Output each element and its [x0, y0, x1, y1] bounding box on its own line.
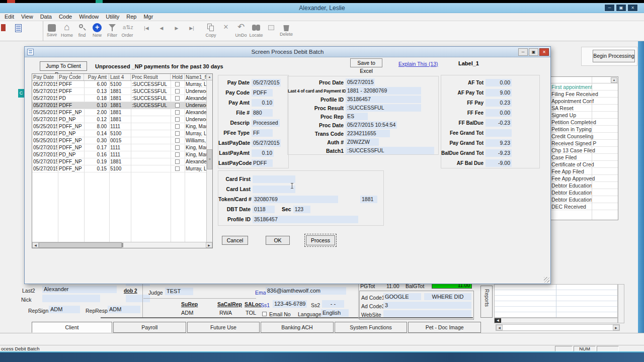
ss1-field[interactable]: 123-45-6789 — [273, 300, 307, 308]
field-value[interactable]: 0.10 — [252, 99, 274, 107]
field-value[interactable]: Z0WZZW — [346, 138, 379, 146]
milestone-item[interactable]: Chp 13 Case Filed — [550, 147, 618, 154]
email-no-checkbox[interactable] — [262, 312, 267, 316]
field-value[interactable]: :SUCCESSFUL — [346, 147, 434, 154]
adcode3-field[interactable]: 3 — [383, 302, 471, 309]
scroll-up-icon[interactable]: ▲ — [207, 74, 212, 80]
field-value[interactable]: PDFF — [252, 89, 273, 97]
tab-client[interactable]: Client — [32, 322, 112, 333]
dialog-minimize-icon[interactable]: ─ — [518, 48, 528, 56]
undo-button[interactable]: ↶UnDo — [233, 22, 249, 38]
hold-checkbox[interactable] — [175, 124, 180, 129]
menu-item-view[interactable]: View — [18, 13, 37, 20]
sec-input[interactable]: 123 — [293, 206, 310, 213]
copy-button[interactable]: Copy — [203, 22, 218, 38]
dialog-close-icon[interactable]: ✕ — [539, 48, 549, 56]
milestone-item[interactable]: Certificate of Cred — [550, 161, 618, 168]
table-row[interactable]: 05/27/2015PD_NP0.145100Murray, La — [32, 130, 207, 137]
language-field[interactable]: English — [321, 309, 349, 317]
field-value[interactable]: 1881 - 32080769 — [346, 87, 421, 95]
close-icon[interactable]: ✕ — [627, 4, 638, 12]
cancel-button[interactable]: Cancel — [222, 236, 248, 245]
scroll-right-icon[interactable]: ▶ — [206, 242, 212, 248]
tab-payroll[interactable]: Payroll — [113, 322, 186, 333]
menu-item-window[interactable]: Window — [75, 13, 102, 20]
field-value[interactable]: PDFF — [252, 159, 273, 167]
minimize-icon[interactable]: ─ — [604, 4, 615, 12]
field-value[interactable]: 05/27/2015 — [252, 139, 281, 147]
milestone-item[interactable]: Case Filed — [550, 154, 618, 161]
table-vscrollbar[interactable]: ▲ ≡ — [206, 74, 212, 243]
field-value[interactable]: ES — [346, 113, 368, 120]
table-row[interactable]: 05/25/2015PDFF_NP0.300015Williams, S — [32, 137, 207, 144]
table-row[interactable]: 05/27/2015PD0.181881:SUCCESSFULAlexander — [32, 95, 207, 102]
locate-button[interactable]: Locate — [249, 22, 264, 38]
adcode1-field[interactable]: GOOGLE — [383, 293, 421, 300]
scroll-left-icon[interactable]: ◀ — [495, 318, 501, 323]
column-header[interactable]: Hold — [171, 74, 185, 80]
dbt-date-input[interactable]: 0118 — [253, 206, 275, 213]
milestone-item[interactable]: Debtor Education — [550, 182, 618, 189]
scroll-thumb[interactable] — [39, 242, 122, 248]
adcode2-field[interactable]: WHERE DID — [424, 293, 471, 300]
repsign-field[interactable]: ADM — [49, 306, 80, 313]
first-record-icon[interactable]: |◀ — [139, 25, 154, 31]
token-input[interactable]: 32080769 — [253, 196, 338, 203]
milestone-item[interactable]: Fee App Filed — [550, 168, 618, 175]
column-header[interactable]: Proc Result — [131, 74, 171, 80]
hold-checkbox[interactable] — [175, 103, 180, 108]
menu-item-edit[interactable]: Edit — [1, 13, 18, 20]
scroll-left-icon[interactable]: ◀ — [32, 242, 39, 248]
new-button[interactable]: +New — [90, 22, 105, 38]
column-header[interactable]: Name1_ful — [185, 74, 207, 80]
column-header[interactable]: Pay Amt — [84, 74, 109, 80]
resize-grip[interactable] — [544, 277, 549, 283]
email-field[interactable]: 836@iamthewolf.com — [266, 287, 346, 295]
table-row[interactable]: 05/27/2015PDFF_NP0.171111King, Mau — [32, 144, 207, 151]
hold-checkbox[interactable] — [175, 166, 180, 171]
document-icon[interactable] — [15, 24, 22, 32]
scroll-right-icon[interactable]: ▶ — [613, 325, 619, 330]
hold-checkbox[interactable] — [175, 89, 180, 94]
field-value[interactable]: Processed :S — [252, 119, 280, 127]
ok-button[interactable]: OK — [266, 236, 290, 245]
table-row[interactable]: 05/27/2015PD_NP0.161111King, Mau — [32, 151, 207, 158]
field-value[interactable]: 0.10 — [252, 149, 274, 157]
save-to-excel-button[interactable]: Save to Excel — [350, 58, 382, 67]
tab-banking-ach[interactable]: Banking ACH — [261, 322, 334, 333]
milestone-item[interactable]: Petition in Typing — [550, 126, 618, 133]
judge-field[interactable]: TEST — [165, 288, 193, 295]
reports-grid-vscrollbar[interactable] — [618, 284, 624, 323]
table-row[interactable]: 05/27/2015PDFF0.131881:SUCCESSFULUnderwo… — [32, 88, 207, 95]
last2-field[interactable]: Alexander — [42, 286, 117, 293]
milestone-item[interactable]: Signed Up — [550, 112, 618, 119]
hold-checkbox[interactable] — [175, 131, 180, 136]
menu-item-mgr[interactable]: Mgr — [140, 13, 156, 20]
delete-button[interactable]: Delete — [279, 22, 294, 37]
hold-checkbox[interactable] — [175, 138, 180, 143]
card-last-input[interactable] — [253, 186, 295, 193]
next-record-icon[interactable]: ▶ — [169, 25, 184, 31]
table-row[interactable]: 05/27/2015PDFF0.101881:SUCCESSFULUnderwo… — [32, 102, 207, 109]
field-value[interactable]: 35186457 — [346, 96, 421, 103]
ss2-field[interactable]: - - — [322, 300, 344, 308]
field-value[interactable]: 2234211655 — [346, 130, 390, 137]
bottom-hscrollbar[interactable]: ◀ ▶ — [496, 324, 620, 331]
milestone-item[interactable]: Filing Fee Received — [550, 90, 618, 98]
filter-button[interactable]: Filter — [105, 22, 120, 38]
milestone-item[interactable]: Debtor Education — [550, 189, 618, 196]
milestone-item[interactable]: SA Reset — [550, 105, 618, 112]
milestone-item[interactable]: Appointment Conf — [550, 98, 618, 105]
begin-processing-button[interactable]: Begin Processing — [593, 50, 635, 62]
tab-future-use[interactable]: Future Use — [187, 322, 260, 333]
last-record-icon[interactable]: ▶| — [184, 25, 199, 31]
save-button[interactable]: Save — [44, 22, 59, 37]
table-row[interactable]: 05/27/2015PDFF_NP0.155100Murray, La — [32, 165, 207, 172]
menu-item-code[interactable]: Code — [55, 13, 75, 20]
scroll-left-icon[interactable]: ◀ — [496, 325, 503, 330]
represp-field[interactable]: ADM — [108, 306, 140, 313]
reports-tab[interactable]: Reports — [480, 286, 493, 318]
column-header[interactable]: Last 4 — [109, 74, 131, 80]
milestone-item[interactable]: Petition Completed — [550, 119, 618, 126]
jump-to-client-button[interactable]: Jump To Client Record — [40, 61, 87, 71]
